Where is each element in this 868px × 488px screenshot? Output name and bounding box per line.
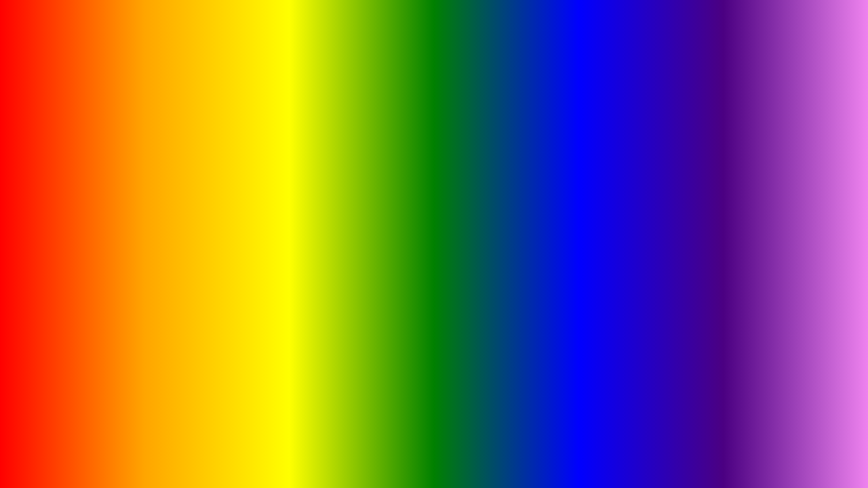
search-button[interactable]: 🔍 <box>380 119 393 132</box>
svg-point-4 <box>27 21 45 26</box>
svg-rect-16 <box>202 25 212 35</box>
floor-tile <box>633 462 771 484</box>
floor-tile <box>513 416 633 462</box>
plugin-item-loadchar[interactable]: Load Character... <box>305 305 398 381</box>
svg-rect-76 <box>337 338 341 347</box>
plugin-name-ropeater: Stravant - Ropeater <box>321 287 380 295</box>
roblox-l: L <box>637 12 661 54</box>
svg-rect-18 <box>211 26 214 32</box>
plugin-item-collab[interactable]: Collaborative Notes <box>11 305 104 381</box>
plugin-item-ropeater[interactable]: RoStravant - Ropeater <box>305 224 398 300</box>
svg-marker-44 <box>359 156 367 164</box>
plugin-thumb-getobjectpath <box>321 147 382 203</box>
svg-text:Good work! 👍: Good work! 👍 <box>236 328 277 337</box>
insert-label: Insert Asset Access <box>70 39 116 54</box>
search-input[interactable] <box>85 116 397 136</box>
svg-rect-5 <box>85 14 95 26</box>
roblox-r: R <box>547 12 576 54</box>
load-label: Load Character Pro <box>184 39 230 54</box>
plugin-name-collab: Collaborative Notes <box>28 368 87 376</box>
plugin-item-words[interactable]: Good work! 👍Words of Encourag... <box>207 305 300 381</box>
plugin-item-rojo[interactable]: RojoRojo 0.5.4 <box>11 224 104 300</box>
roblox-o1: O <box>576 12 608 54</box>
plugin-thumb-words: Good work! 👍 <box>222 310 283 365</box>
plugin-name-rotasks: Ro-Tasks <box>239 205 267 214</box>
plugin-item-assetcreator[interactable]: Asset Creator <box>207 224 300 300</box>
plugin-item-rostrap[interactable]: RoStrap Package... <box>109 224 202 300</box>
svg-text:Ro: Ro <box>363 264 374 274</box>
svg-rect-77 <box>353 338 357 347</box>
svg-rect-62 <box>41 324 62 348</box>
toolbar-item-datastore[interactable]: DataStore Editor DataStore Editor <box>9 8 63 56</box>
my-plugins-dropdown[interactable]: My Plugins ▼ <box>11 116 79 136</box>
toolbar-item-music[interactable]: 🎵 RbxMusic RbxMusic <box>237 8 277 56</box>
floor-tile <box>443 362 547 380</box>
plugin-name-rojo: Rojo 0.5.4 <box>41 287 73 295</box>
svg-rect-42 <box>336 169 349 171</box>
plugin-item-minify[interactable]: { }Minify <box>109 142 202 218</box>
plugin-thumb-ropeater: Ro <box>321 228 382 284</box>
plugin-name-getobjectpath: Get Object Path <box>327 205 375 214</box>
svg-rect-2 <box>27 28 45 33</box>
getobject-sublabel: Ult's Utilities <box>342 47 371 53</box>
svg-point-15 <box>202 16 212 25</box>
plugin-thumb-multiselect: ↗↗↗↗ <box>26 147 87 203</box>
toolbar-item-load[interactable]: Load Character Pro AlreadyPro's Plugins <box>180 8 234 69</box>
toolbar-item-insert[interactable]: + Insert Asset Access Access <box>66 8 120 63</box>
svg-text:↗: ↗ <box>48 175 58 188</box>
floor-tile <box>527 380 633 416</box>
studio-panel: DataStore Editor DataStore Editor + Inse… <box>4 4 404 484</box>
tasks-label: Open/Close Tasks <box>127 39 173 54</box>
plugin-name-minify: Minify <box>146 205 164 214</box>
getobject-label: Get Object Path <box>334 39 378 47</box>
floor-tile <box>496 462 633 484</box>
plugins-panel: My Plugins ▼ 🔍 ↗↗↗↗Multiselect Replace{ … <box>4 109 404 484</box>
svg-text:↗: ↗ <box>37 157 47 171</box>
floor-section <box>403 362 864 484</box>
plugin-thumb-rojo: Rojo <box>26 228 87 284</box>
plugin-item-getobjectpath[interactable]: Get Object Path <box>305 142 398 218</box>
svg-marker-6 <box>95 14 100 20</box>
svg-rect-39 <box>333 156 360 191</box>
plugin-item-easycrop[interactable]: Easy Crop <box>109 305 202 381</box>
best-plugins-section: BEST PLUGINS <box>403 60 864 362</box>
floor-grid <box>403 362 864 484</box>
music-sublabel: RbxMusic <box>245 47 269 53</box>
load-sublabel: AlreadyPro's Plugins <box>184 54 230 66</box>
roblox-header: R O B L O X <box>403 4 864 60</box>
toolbar-item-tasks[interactable]: Open/Close Tasks Ro-Tasks <box>123 8 177 63</box>
svg-rect-40 <box>336 161 355 163</box>
plugin-item-rotasks[interactable]: Ro-Tasks <box>207 142 300 218</box>
floor-tile <box>633 416 753 462</box>
search-container: 🔍 <box>85 116 397 136</box>
toolbar-item-uidesign[interactable]: u i uiDesign Stelrex's Plugins <box>280 8 328 56</box>
insert-sublabel: Access <box>84 54 102 60</box>
uidesign-icon: u i <box>290 11 317 38</box>
plugin-item-multiselect[interactable]: ↗↗↗↗Multiselect Replace <box>11 142 104 218</box>
music-label: RbxMusic <box>243 39 271 47</box>
plugin-name-assetcreator: Asset Creator <box>233 287 274 295</box>
svg-text:🎵: 🎵 <box>250 16 267 33</box>
floor-tile <box>720 362 825 380</box>
music-icon: 🎵 <box>243 11 271 38</box>
dropdown-label: My Plugins <box>18 121 62 131</box>
datastore-label: DataStore Editor <box>14 39 59 47</box>
svg-rect-25 <box>349 17 358 18</box>
floor-tile <box>633 362 729 380</box>
floor-tile <box>753 462 864 484</box>
svg-text:↗: ↗ <box>37 175 47 188</box>
svg-text:Rojo: Rojo <box>39 247 81 269</box>
floor-tile <box>421 380 538 416</box>
floor-tile <box>740 416 864 462</box>
svg-rect-75 <box>340 336 353 350</box>
plugin-thumb-minify: { } <box>125 147 186 203</box>
roblox-b: B <box>608 12 637 54</box>
uidesign-label: uiDesign <box>292 39 315 47</box>
tasks-sublabel: Ro-Tasks <box>138 54 161 60</box>
floor-tile <box>538 362 633 380</box>
plugin-name-rostrap: RoStrap Package... <box>125 287 184 295</box>
toolbar-item-getobject[interactable]: Get Object Path Ult's Utilities <box>330 8 382 56</box>
roblox-o2: O <box>661 12 692 54</box>
svg-rect-38 <box>233 157 273 194</box>
svg-text:i: i <box>303 17 307 34</box>
